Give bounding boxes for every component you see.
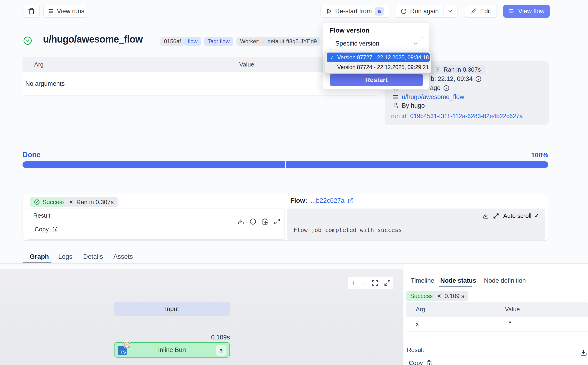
run-id-link[interactable]: 019b4531-f311-112a-6283-82e4b22c627a xyxy=(410,112,523,120)
flow-version-title: Flow version xyxy=(330,27,370,34)
ran-in-badge: Ran in 0.307s xyxy=(431,65,485,74)
flow-path-icon xyxy=(392,94,399,100)
node-duration-badge: 0.109 s xyxy=(433,291,468,301)
view-runs-button[interactable]: View runs xyxy=(43,5,88,18)
node-copy-label: Copy xyxy=(409,359,423,365)
flow-icon xyxy=(508,8,515,14)
tab-assets[interactable]: Assets xyxy=(113,253,133,260)
version-option-label: Version 87727 - 22.12.2025, 09:34:18 xyxy=(337,54,429,61)
hash-badge: 0156af xyxy=(160,37,185,46)
run-id-row: run id: 019b4531-f311-112a-6283-82e4b22c… xyxy=(391,112,523,120)
copy-button[interactable]: Copy xyxy=(35,226,58,233)
tab-details[interactable]: Details xyxy=(83,253,103,260)
tab-node-definition[interactable]: Node definition xyxy=(484,277,526,284)
run-date-row: b: 22.12, 09:34 xyxy=(431,75,481,83)
version-option[interactable]: Version 87724 - 22.12.2025, 09:29:21 xyxy=(327,62,430,72)
list-icon xyxy=(47,8,54,14)
step-duration: 0.109s xyxy=(183,334,230,341)
chevron-down-icon xyxy=(412,41,419,47)
step-key-badge: a xyxy=(216,345,226,356)
flow-graph-canvas[interactable]: + − Input 0.109s TS xyxy=(0,269,403,365)
result-card: Success Ran in 0.307s Flow: ...b22c627a … xyxy=(22,194,548,241)
node-args-header: Arg Value xyxy=(406,302,588,317)
version-options-menu: ✓ Version 87727 - 22.12.2025, 09:34:18 V… xyxy=(325,51,432,73)
flow-path-link[interactable]: u/hugo/awesome_flow xyxy=(402,93,464,101)
args-col-value: Value xyxy=(239,61,254,68)
status-badge: Success xyxy=(30,197,69,207)
tab-graph[interactable]: Graph xyxy=(30,253,49,260)
fit-view-button[interactable] xyxy=(372,280,378,286)
tab-node-status[interactable]: Node status xyxy=(440,277,476,284)
tab-timeline[interactable]: Timeline xyxy=(411,277,434,284)
version-option-label: Version 87724 - 22.12.2025, 09:29:21 xyxy=(337,64,429,70)
user-icon xyxy=(393,102,399,108)
view-flow-button[interactable]: View flow xyxy=(503,5,550,18)
download-icon[interactable] xyxy=(483,213,489,219)
duration-badge: Ran in 0.307s xyxy=(64,197,118,207)
run-author: By hugo xyxy=(402,102,425,109)
restart-from-button[interactable]: Re-start from a xyxy=(320,5,389,18)
node-args-table: Arg Value x "" xyxy=(406,302,588,331)
progress-percent: 100% xyxy=(518,151,548,159)
node-copy-button[interactable]: Copy xyxy=(409,359,432,365)
auto-scroll-label: Auto scroll xyxy=(503,212,531,219)
version-select[interactable]: Specific version xyxy=(330,37,423,50)
info-icon[interactable] xyxy=(443,85,449,91)
external-link-icon[interactable] xyxy=(348,198,354,204)
node-arg-row: x "" xyxy=(406,317,588,331)
check-circle-icon xyxy=(34,199,40,205)
expand-icon[interactable] xyxy=(493,213,499,219)
node-result-divider xyxy=(404,343,588,343)
edge-input-to-step xyxy=(172,316,172,342)
node-result-label: Result xyxy=(407,346,424,354)
kind-badge: flow xyxy=(184,37,201,46)
run-again-dropdown-button[interactable] xyxy=(443,5,458,18)
download-icon[interactable] xyxy=(237,218,244,225)
input-node[interactable]: Input xyxy=(114,302,230,316)
progress-label: Done xyxy=(22,151,41,159)
clipboard-icon xyxy=(52,226,58,232)
info-icon[interactable] xyxy=(250,218,256,225)
auto-scroll-toggle[interactable]: Auto scroll ✓ xyxy=(503,212,539,219)
download-icon[interactable] xyxy=(580,349,587,356)
args-empty-label: No arguments xyxy=(25,80,65,87)
view-flow-label: View flow xyxy=(518,8,545,15)
zoom-out-button[interactable]: − xyxy=(361,278,366,288)
version-select-value: Specific version xyxy=(335,40,379,47)
node-duration-label: 0.109 s xyxy=(445,293,464,300)
expand-graph-button[interactable] xyxy=(384,280,391,286)
zoom-in-button[interactable]: + xyxy=(351,278,356,288)
auto-scroll-check: ✓ xyxy=(534,212,539,219)
panel-left-border xyxy=(404,269,404,365)
restart-from-label: Re-start from xyxy=(335,8,372,15)
edit-button[interactable]: Edit xyxy=(465,5,497,18)
hourglass-icon xyxy=(437,293,442,299)
node-status-label: Success xyxy=(410,293,433,300)
run-ago-row: ago xyxy=(430,84,449,91)
run-again-button[interactable]: Run again xyxy=(396,5,444,18)
chevron-down-icon xyxy=(447,8,453,14)
node-arg-value: "" xyxy=(505,321,512,327)
flow-link-row: Flow: ...b22c627a xyxy=(290,197,354,204)
bun-icon xyxy=(123,341,131,350)
flow-run-link[interactable]: ...b22c627a xyxy=(311,197,345,204)
tab-logs[interactable]: Logs xyxy=(58,253,73,260)
clipboard-copy-icon[interactable] xyxy=(262,218,268,225)
graph-zoom-toolbar: + − xyxy=(348,277,393,289)
expand-icon[interactable] xyxy=(274,218,280,225)
step-node-inline-bun[interactable]: TS Inline Bun a xyxy=(114,342,230,358)
node-col-value: Value xyxy=(505,306,520,313)
pencil-icon xyxy=(471,8,477,14)
restart-button[interactable]: Restart xyxy=(330,74,423,86)
run-date-fragment: b: 22.12, 09:34 xyxy=(431,75,473,83)
ran-in-label: Ran in 0.307s xyxy=(444,66,481,73)
version-option-selected[interactable]: ✓ Version 87727 - 22.12.2025, 09:34:18 xyxy=(327,53,430,62)
info-icon[interactable] xyxy=(475,76,481,82)
edit-label: Edit xyxy=(480,8,491,15)
delete-run-button[interactable] xyxy=(23,5,40,18)
trash-icon xyxy=(28,8,35,15)
success-check-icon xyxy=(23,36,32,45)
play-icon xyxy=(326,8,332,14)
restart-from-key-badge: a xyxy=(375,7,384,16)
run-again-label: Run again xyxy=(410,8,439,15)
